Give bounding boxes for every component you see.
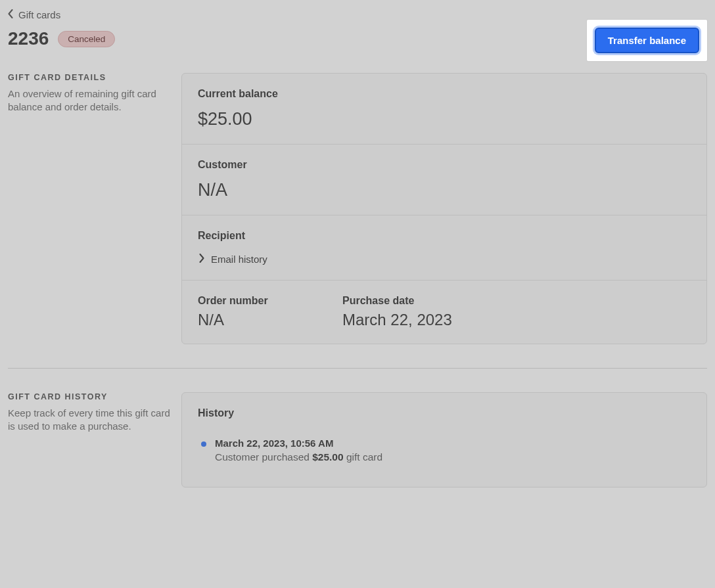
email-history-toggle[interactable]: Email history [199,254,267,265]
order-number-label: Order number [198,295,342,307]
chevron-right-icon [199,254,204,265]
purchase-date-value: March 22, 2023 [342,311,691,329]
history-item: March 22, 2023, 10:56 AM Customer purcha… [198,438,691,463]
transfer-balance-button[interactable]: Transfer balance [595,28,699,53]
breadcrumb-label: Gift cards [18,9,60,20]
recipient-label: Recipient [198,230,691,242]
section-divider [8,368,707,369]
details-card: Current balance $25.00 Customer N/A Reci… [181,73,707,344]
history-title: History [198,407,691,419]
email-history-label: Email history [211,254,267,265]
status-badge: Canceled [58,31,115,47]
customer-value: N/A [198,180,691,200]
order-number-value: N/A [198,311,342,329]
timeline-dot-icon [201,441,206,447]
history-item-text: Customer purchased $25.00 gift card [215,451,691,463]
balance-label: Current balance [198,88,691,100]
history-section-description: Keep track of every time this gift card … [8,407,173,434]
history-card: History March 22, 2023, 10:56 AM Custome… [181,392,707,487]
page-title: 2236 [8,28,49,49]
breadcrumb-gift-cards[interactable]: Gift cards [8,8,60,22]
details-section-description: An overview of remaining gift card balan… [8,87,173,114]
purchase-date-label: Purchase date [342,295,691,307]
customer-label: Customer [198,159,691,171]
history-section-heading: GIFT CARD HISTORY [8,392,173,401]
details-section-heading: GIFT CARD DETAILS [8,73,173,82]
balance-value: $25.00 [198,109,691,129]
action-highlight: Transfer balance [587,20,707,61]
history-item-timestamp: March 22, 2023, 10:56 AM [215,438,691,449]
chevron-left-icon [8,9,13,20]
